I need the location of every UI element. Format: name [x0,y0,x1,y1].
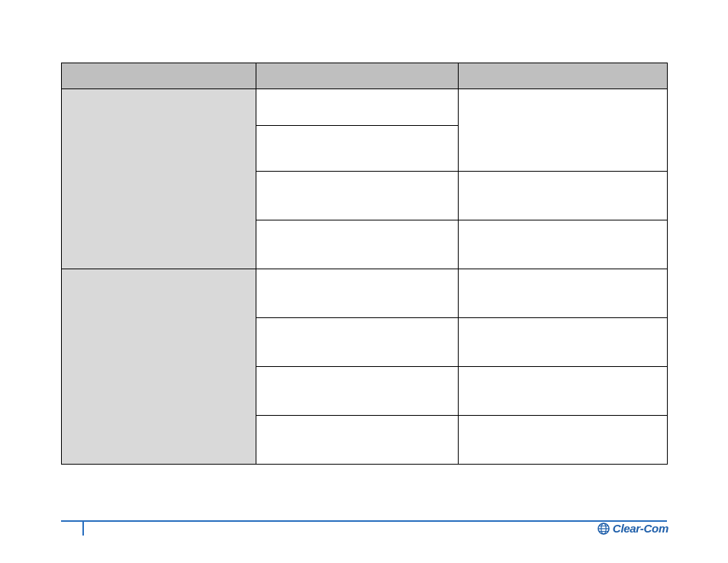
globe-icon [598,523,610,535]
brand-name: Clear-Com [613,522,668,535]
group-label-cell [62,269,256,465]
group-label-cell [62,89,256,269]
cell [256,89,459,126]
brand-logo: Clear-Com [598,522,668,535]
cell [459,416,668,465]
cell [459,269,668,318]
footer-separator [82,520,84,536]
table-header-row [62,63,668,89]
col-header-1 [62,63,256,89]
page: Clear-Com [0,0,728,563]
table-row [62,269,668,318]
cell [459,172,668,220]
cell [256,416,459,465]
cell [256,220,459,269]
cell [459,89,668,172]
footer-rule [61,520,667,522]
cell [459,220,668,269]
col-header-2 [256,63,459,89]
cell [256,269,459,318]
cell [256,172,459,220]
cell [256,367,459,416]
cell [459,367,668,416]
cell [459,318,668,367]
cell [256,318,459,367]
cell [256,126,459,172]
col-header-3 [459,63,668,89]
table-row [62,89,668,126]
spec-table [61,63,668,465]
